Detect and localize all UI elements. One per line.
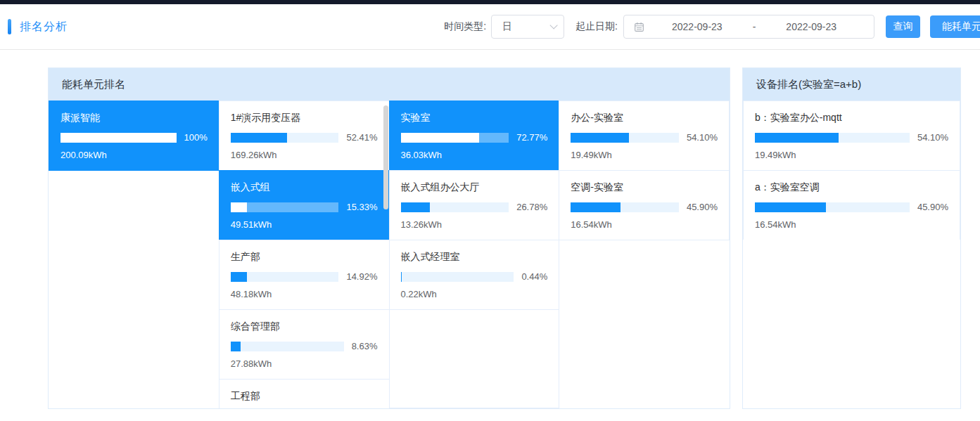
progress-bar-track xyxy=(755,133,910,143)
rank-card-name: b：实验室办公-mqtt xyxy=(744,101,960,124)
device-ranking-title: 设备排名(实验室=a+b) xyxy=(743,68,960,101)
date-end-value[interactable]: 2022-09-23 xyxy=(758,21,864,32)
energy-value: 16.54kWh xyxy=(755,219,948,230)
rank-card-name: 生产部 xyxy=(219,240,389,264)
progress-bar-row: 54.10% xyxy=(755,132,948,143)
empty-cell xyxy=(743,240,960,408)
progress-bar-fill xyxy=(231,202,248,212)
rank-card-name: 工程部 xyxy=(219,380,389,403)
progress-bar-fill xyxy=(571,202,621,212)
rank-card[interactable]: 康派智能100%200.09kWh xyxy=(49,101,219,171)
energy-value: 19.49kWh xyxy=(571,150,718,160)
progress-bar-row: 100% xyxy=(61,132,208,143)
percent-label: 72.77% xyxy=(516,132,547,143)
rank-card[interactable]: a：实验室空调45.90%16.54kWh xyxy=(743,170,960,240)
percent-label: 54.10% xyxy=(687,132,718,143)
rank-card-name: 1#演示用变压器 xyxy=(219,101,389,124)
energy-value: 200.09kWh xyxy=(61,150,208,160)
calendar-icon xyxy=(634,22,644,32)
energy-value: 169.26kWh xyxy=(231,150,378,160)
rank-card[interactable]: 嵌入式经理室0.44%0.22kWh xyxy=(389,240,560,310)
energy-value: 13.26kWh xyxy=(401,219,548,230)
energy-unit-board-button[interactable]: 能耗单元看板 xyxy=(930,15,980,38)
energy-value: 48.18kWh xyxy=(231,289,378,299)
app-header: 排名分析 时间类型: 日 起止日期: 2022-09-23 - 2022-09-… xyxy=(0,4,980,50)
progress-bar-fill xyxy=(231,133,288,143)
progress-bar-fill xyxy=(755,133,839,143)
progress-bar-row: 8.63% xyxy=(231,341,378,351)
query-button[interactable]: 查询 xyxy=(886,15,920,38)
energy-value: 16.54kWh xyxy=(571,219,718,230)
time-type-value: 日 xyxy=(502,20,549,33)
time-type-select[interactable]: 日 xyxy=(491,15,564,39)
progress-bar-track xyxy=(231,342,344,351)
percent-label: 8.63% xyxy=(352,341,378,351)
rank-card[interactable]: b：实验室办公-mqtt54.10%19.49kWh xyxy=(743,101,960,171)
progress-bar-track xyxy=(231,202,339,212)
progress-bar-track xyxy=(571,133,679,143)
progress-bar-track xyxy=(231,272,339,282)
percent-label: 14.92% xyxy=(346,271,377,282)
energy-unit-ranking-body: 康派智能100%200.09kWh1#演示用变压器52.41%169.26kWh… xyxy=(49,101,730,408)
date-range-picker[interactable]: 2022-09-23 - 2022-09-23 xyxy=(623,15,874,39)
energy-unit-ranking-title: 能耗单元排名 xyxy=(49,68,730,101)
title-block: 排名分析 xyxy=(8,19,68,34)
rank-card[interactable]: 综合管理部8.63%27.88kWh xyxy=(219,309,390,380)
progress-bar-track xyxy=(401,202,509,212)
page-title: 排名分析 xyxy=(20,20,68,34)
rank-card[interactable]: 嵌入式组办公大厅26.78%13.26kWh xyxy=(389,170,560,240)
percent-label: 26.78% xyxy=(516,202,547,212)
rank-card[interactable]: 1#演示用变压器52.41%169.26kWh xyxy=(219,101,390,171)
progress-bar-row: 0.44% xyxy=(401,271,548,282)
rank-card-name: 空调-实验室 xyxy=(559,171,729,194)
progress-bar-row: 14.92% xyxy=(231,271,378,282)
rank-card-name: a：实验室空调 xyxy=(744,171,960,194)
rank-card-name: 办公-实验室 xyxy=(559,101,729,124)
progress-bar-fill xyxy=(571,133,629,143)
percent-label: 100% xyxy=(184,132,208,143)
device-ranking-panel: 设备排名(实验室=a+b) b：实验室办公-mqtt54.10%19.49kWh… xyxy=(742,67,961,409)
percent-label: 54.10% xyxy=(917,132,948,143)
progress-bar-row: 15.33% xyxy=(231,202,378,212)
progress-bar-track xyxy=(401,272,514,282)
progress-bar-fill xyxy=(401,133,480,143)
progress-bar-row: 54.10% xyxy=(571,132,718,143)
rank-card[interactable]: 嵌入式组15.33%49.51kWh xyxy=(219,170,390,240)
main-content: 能耗单元排名 康派智能100%200.09kWh1#演示用变压器52.41%16… xyxy=(48,67,980,409)
progress-bar-fill xyxy=(61,133,177,143)
empty-cell xyxy=(389,309,560,408)
energy-unit-ranking-panel: 能耗单元排名 康派智能100%200.09kWh1#演示用变压器52.41%16… xyxy=(48,67,730,409)
progress-bar-row: 26.78% xyxy=(401,202,548,212)
time-type-label: 时间类型: xyxy=(444,20,486,33)
energy-value: 49.51kWh xyxy=(231,219,378,230)
rank-card-name: 实验室 xyxy=(390,101,559,124)
rank-card[interactable]: 工程部 xyxy=(219,379,390,408)
rank-card[interactable]: 空调-实验室45.90%16.54kWh xyxy=(559,170,730,240)
toolbar: 时间类型: 日 起止日期: 2022-09-23 - 2022-09-23 查询… xyxy=(444,15,980,39)
date-range-label: 起止日期: xyxy=(575,20,618,33)
device-ranking-body: b：实验室办公-mqtt54.10%19.49kWha：实验室空调45.90%1… xyxy=(743,101,960,408)
progress-bar-row: 45.90% xyxy=(571,202,718,212)
percent-label: 45.90% xyxy=(687,202,718,212)
progress-bar-fill xyxy=(401,272,402,282)
scrollbar-thumb[interactable] xyxy=(383,105,388,209)
rank-card[interactable]: 生产部14.92%48.18kWh xyxy=(219,240,390,310)
energy-value: 27.88kWh xyxy=(231,358,378,369)
progress-bar-track xyxy=(231,133,339,143)
rank-card-name: 康派智能 xyxy=(49,101,219,124)
rank-column: 办公-实验室54.10%19.49kWh空调-实验室45.90%16.54kWh xyxy=(559,101,730,408)
progress-bar-track xyxy=(401,133,509,143)
date-start-value[interactable]: 2022-09-23 xyxy=(644,21,750,32)
percent-label: 52.41% xyxy=(346,132,377,143)
progress-bar-track xyxy=(61,133,177,143)
progress-bar-track xyxy=(755,202,910,212)
progress-bar-track xyxy=(571,202,679,212)
rank-card[interactable]: 办公-实验室54.10%19.49kWh xyxy=(559,101,730,171)
energy-value: 0.22kWh xyxy=(401,289,548,299)
column-empty-area xyxy=(49,171,219,408)
progress-bar-fill xyxy=(231,342,241,351)
percent-label: 15.33% xyxy=(346,202,377,212)
rank-card[interactable]: 实验室72.77%36.03kWh xyxy=(389,101,560,171)
title-accent-bar xyxy=(8,19,11,34)
progress-bar-row: 52.41% xyxy=(231,132,378,143)
